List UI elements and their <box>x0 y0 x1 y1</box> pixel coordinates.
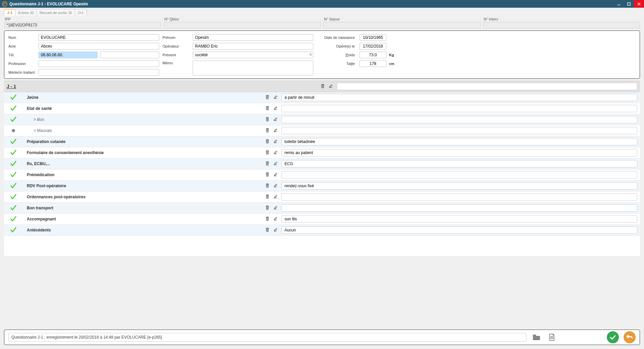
status-check-icon[interactable] <box>7 215 20 223</box>
validate-button[interactable] <box>607 331 619 343</box>
acte-field[interactable] <box>39 43 159 50</box>
questionnaire-note-input[interactable] <box>281 94 637 101</box>
tab-recueil-sortie-j0[interactable]: Recueil de sortie J0 <box>37 9 75 16</box>
undo-button[interactable] <box>624 331 636 343</box>
edit-icon[interactable] <box>273 216 278 222</box>
questionnaire-note-input[interactable] <box>281 116 637 123</box>
status-check-icon[interactable] <box>7 193 20 201</box>
ipp-value: *18EV02OP9173 <box>4 22 161 28</box>
questionnaire-row: Etat de santé <box>4 103 640 114</box>
nom-field[interactable] <box>39 34 159 41</box>
delete-icon[interactable] <box>265 128 270 134</box>
delete-icon[interactable] <box>265 227 270 233</box>
header-note-input[interactable] <box>337 83 637 90</box>
questionnaire-header: J - 1 <box>4 81 640 92</box>
folder-button[interactable] <box>531 332 542 343</box>
close-button[interactable] <box>634 0 644 8</box>
tab-entree-j0[interactable]: Entrée J0 <box>15 9 37 16</box>
questionnaire-note-input[interactable] <box>281 138 637 145</box>
poids-field[interactable] <box>360 52 386 58</box>
edit-icon[interactable] <box>273 183 278 189</box>
status-check-icon[interactable] <box>7 160 20 168</box>
delete-icon[interactable] <box>265 150 270 156</box>
delete-icon[interactable] <box>265 106 270 112</box>
edit-icon[interactable] <box>273 205 278 211</box>
delete-icon[interactable] <box>265 139 270 145</box>
status-check-icon[interactable] <box>7 149 20 157</box>
tab-j-1[interactable]: J-1 <box>4 9 15 16</box>
medecin-field[interactable] <box>39 69 159 76</box>
date-naissance-label: Date de naissance <box>324 36 357 40</box>
tel-field[interactable] <box>39 52 98 58</box>
delete-icon[interactable] <box>265 216 270 222</box>
edit-icon[interactable] <box>273 227 278 233</box>
tel2-field[interactable] <box>100 52 159 58</box>
edit-icon[interactable] <box>328 84 333 89</box>
delete-icon[interactable] <box>265 205 270 211</box>
operateur-label: Opérateur <box>163 44 189 48</box>
delete-icon[interactable] <box>265 183 270 189</box>
opere-le-field[interactable] <box>360 43 386 50</box>
questionnaire-item-label: Antécédents <box>20 228 261 232</box>
profession-field[interactable] <box>39 60 159 67</box>
status-check-icon[interactable] <box>7 104 20 113</box>
status-check-icon[interactable] <box>7 138 20 146</box>
questionnaire-note-input[interactable] <box>281 105 637 112</box>
minimize-button[interactable] <box>614 0 624 8</box>
edit-icon[interactable] <box>273 139 278 145</box>
edit-icon[interactable] <box>273 194 278 200</box>
patient-panel: Nom Prénom Date de naissance Acte Opérat… <box>4 30 640 79</box>
date-naissance-field[interactable] <box>360 34 386 41</box>
questionnaire-row: Bon transport <box>4 203 640 214</box>
questionnaire-title: J - 1 <box>7 84 16 89</box>
questionnaire-note-input[interactable] <box>281 171 637 179</box>
delete-icon[interactable] <box>265 172 270 178</box>
edit-icon[interactable] <box>273 128 278 134</box>
questionnaire-note-input[interactable] <box>281 204 637 212</box>
questionnaire-note-input[interactable] <box>281 149 637 156</box>
questionnaire-row: Ordonnances post-opératoires <box>4 192 640 203</box>
delete-icon[interactable] <box>265 117 270 123</box>
questionnaire-note-input[interactable] <box>281 182 637 190</box>
edit-icon[interactable] <box>273 95 278 100</box>
prenom-field[interactable] <box>193 34 313 41</box>
questionnaire-row: RDV Post-opératoire <box>4 181 640 192</box>
opere-le-label: Opéré(e) le <box>336 44 357 48</box>
delete-icon[interactable] <box>265 95 270 100</box>
delete-icon[interactable] <box>320 84 325 89</box>
taille-field[interactable] <box>360 60 386 67</box>
questionnaire-item-label: Prémédication <box>20 172 261 177</box>
status-check-icon[interactable] <box>7 93 20 102</box>
maximize-button[interactable] <box>624 0 634 8</box>
status-check-icon[interactable] <box>7 116 20 124</box>
delete-icon[interactable] <box>265 194 270 200</box>
edit-icon[interactable] <box>273 161 278 167</box>
prevenir-select[interactable] <box>193 52 313 58</box>
edit-icon[interactable] <box>273 150 278 156</box>
questionnaire-note-input[interactable] <box>281 215 637 223</box>
operateur-field[interactable] <box>193 43 313 50</box>
status-check-icon[interactable] <box>7 204 20 212</box>
questionnaire-row: Préparation cutanée <box>4 136 640 147</box>
memo-field[interactable] <box>193 61 313 75</box>
delete-icon[interactable] <box>265 161 270 167</box>
questionnaire-note-input[interactable] <box>281 226 637 234</box>
edit-icon[interactable] <box>273 172 278 178</box>
status-check-icon[interactable] <box>7 171 20 179</box>
questionnaire-note-input[interactable] <box>281 193 637 201</box>
status-check-icon[interactable] <box>7 182 20 190</box>
titlebar: Questionnaire J-1 : EVOLUCARE Opesim <box>0 0 644 8</box>
status-dot-icon[interactable] <box>7 129 20 132</box>
edit-icon[interactable] <box>273 106 278 112</box>
questionnaire-note-input[interactable] <box>281 127 637 134</box>
tab-j+1[interactable]: J+1 <box>75 9 87 16</box>
medecin-label: Médecin traitant <box>8 70 35 74</box>
document-button[interactable] <box>546 332 557 343</box>
questionnaire-item-label: > Mauvais <box>20 128 261 133</box>
status-check-icon[interactable] <box>7 226 20 234</box>
questionnaire-body: J - 1 JeûneEtat de santé> Bon> MauvaisPr… <box>4 81 640 256</box>
questionnaire-note-input[interactable] <box>281 160 637 167</box>
kg-unit: Kg <box>389 53 394 57</box>
tabs: J-1 Entrée J0 Recueil de sortie J0 J+1 <box>0 8 644 16</box>
edit-icon[interactable] <box>273 117 278 123</box>
